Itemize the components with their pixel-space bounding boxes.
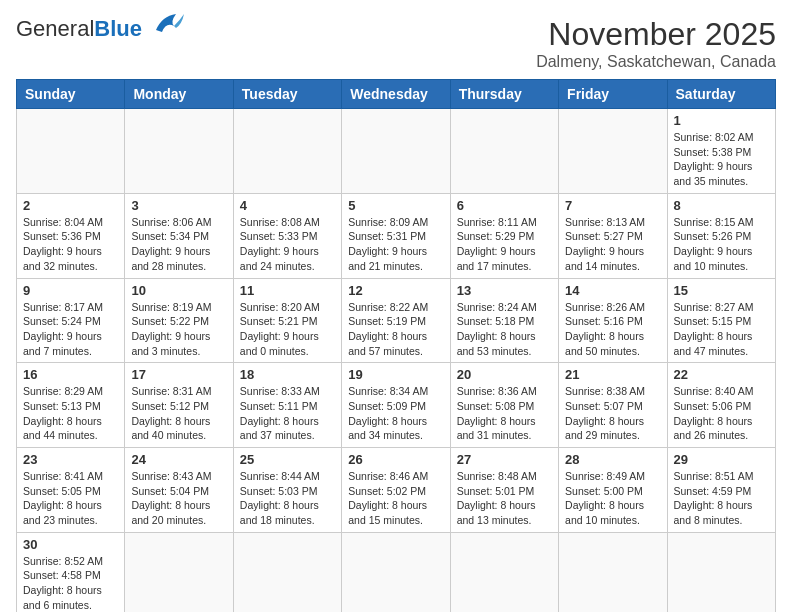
day-info: Sunrise: 8:09 AM Sunset: 5:31 PM Dayligh…	[348, 215, 443, 274]
calendar-cell: 7Sunrise: 8:13 AM Sunset: 5:27 PM Daylig…	[559, 193, 667, 278]
day-info: Sunrise: 8:44 AM Sunset: 5:03 PM Dayligh…	[240, 469, 335, 528]
day-number: 28	[565, 452, 660, 467]
calendar-cell	[342, 532, 450, 612]
calendar-cell: 21Sunrise: 8:38 AM Sunset: 5:07 PM Dayli…	[559, 363, 667, 448]
day-info: Sunrise: 8:13 AM Sunset: 5:27 PM Dayligh…	[565, 215, 660, 274]
day-number: 6	[457, 198, 552, 213]
weekday-header-monday: Monday	[125, 80, 233, 109]
calendar-cell: 15Sunrise: 8:27 AM Sunset: 5:15 PM Dayli…	[667, 278, 775, 363]
day-number: 7	[565, 198, 660, 213]
day-info: Sunrise: 8:04 AM Sunset: 5:36 PM Dayligh…	[23, 215, 118, 274]
calendar-cell: 26Sunrise: 8:46 AM Sunset: 5:02 PM Dayli…	[342, 448, 450, 533]
calendar-cell	[125, 109, 233, 194]
day-number: 17	[131, 367, 226, 382]
weekday-header-sunday: Sunday	[17, 80, 125, 109]
day-info: Sunrise: 8:51 AM Sunset: 4:59 PM Dayligh…	[674, 469, 769, 528]
day-number: 22	[674, 367, 769, 382]
day-info: Sunrise: 8:27 AM Sunset: 5:15 PM Dayligh…	[674, 300, 769, 359]
calendar-cell: 6Sunrise: 8:11 AM Sunset: 5:29 PM Daylig…	[450, 193, 558, 278]
day-info: Sunrise: 8:43 AM Sunset: 5:04 PM Dayligh…	[131, 469, 226, 528]
day-info: Sunrise: 8:34 AM Sunset: 5:09 PM Dayligh…	[348, 384, 443, 443]
calendar-cell: 29Sunrise: 8:51 AM Sunset: 4:59 PM Dayli…	[667, 448, 775, 533]
day-number: 12	[348, 283, 443, 298]
month-title: November 2025	[536, 16, 776, 53]
weekday-header-thursday: Thursday	[450, 80, 558, 109]
day-info: Sunrise: 8:08 AM Sunset: 5:33 PM Dayligh…	[240, 215, 335, 274]
logo-text: GeneralBlue	[16, 16, 142, 42]
calendar-cell	[667, 532, 775, 612]
calendar-week-row: 1Sunrise: 8:02 AM Sunset: 5:38 PM Daylig…	[17, 109, 776, 194]
weekday-header-wednesday: Wednesday	[342, 80, 450, 109]
day-number: 19	[348, 367, 443, 382]
calendar-cell	[450, 532, 558, 612]
calendar-cell: 8Sunrise: 8:15 AM Sunset: 5:26 PM Daylig…	[667, 193, 775, 278]
calendar-cell: 20Sunrise: 8:36 AM Sunset: 5:08 PM Dayli…	[450, 363, 558, 448]
calendar-week-row: 2Sunrise: 8:04 AM Sunset: 5:36 PM Daylig…	[17, 193, 776, 278]
day-number: 1	[674, 113, 769, 128]
day-number: 13	[457, 283, 552, 298]
weekday-header-row: SundayMondayTuesdayWednesdayThursdayFrid…	[17, 80, 776, 109]
calendar-table: SundayMondayTuesdayWednesdayThursdayFrid…	[16, 79, 776, 612]
day-number: 25	[240, 452, 335, 467]
day-info: Sunrise: 8:20 AM Sunset: 5:21 PM Dayligh…	[240, 300, 335, 359]
day-number: 14	[565, 283, 660, 298]
calendar-week-row: 30Sunrise: 8:52 AM Sunset: 4:58 PM Dayli…	[17, 532, 776, 612]
weekday-header-saturday: Saturday	[667, 80, 775, 109]
day-number: 4	[240, 198, 335, 213]
day-number: 30	[23, 537, 118, 552]
calendar-cell: 5Sunrise: 8:09 AM Sunset: 5:31 PM Daylig…	[342, 193, 450, 278]
day-info: Sunrise: 8:19 AM Sunset: 5:22 PM Dayligh…	[131, 300, 226, 359]
logo: GeneralBlue	[16, 16, 184, 42]
calendar-cell: 2Sunrise: 8:04 AM Sunset: 5:36 PM Daylig…	[17, 193, 125, 278]
calendar-cell: 16Sunrise: 8:29 AM Sunset: 5:13 PM Dayli…	[17, 363, 125, 448]
day-info: Sunrise: 8:11 AM Sunset: 5:29 PM Dayligh…	[457, 215, 552, 274]
calendar-week-row: 9Sunrise: 8:17 AM Sunset: 5:24 PM Daylig…	[17, 278, 776, 363]
day-number: 18	[240, 367, 335, 382]
calendar-cell: 27Sunrise: 8:48 AM Sunset: 5:01 PM Dayli…	[450, 448, 558, 533]
day-info: Sunrise: 8:46 AM Sunset: 5:02 PM Dayligh…	[348, 469, 443, 528]
calendar-week-row: 23Sunrise: 8:41 AM Sunset: 5:05 PM Dayli…	[17, 448, 776, 533]
day-info: Sunrise: 8:15 AM Sunset: 5:26 PM Dayligh…	[674, 215, 769, 274]
day-number: 11	[240, 283, 335, 298]
day-info: Sunrise: 8:06 AM Sunset: 5:34 PM Dayligh…	[131, 215, 226, 274]
day-number: 3	[131, 198, 226, 213]
calendar-cell: 22Sunrise: 8:40 AM Sunset: 5:06 PM Dayli…	[667, 363, 775, 448]
day-info: Sunrise: 8:38 AM Sunset: 5:07 PM Dayligh…	[565, 384, 660, 443]
calendar-cell	[342, 109, 450, 194]
calendar-cell: 10Sunrise: 8:19 AM Sunset: 5:22 PM Dayli…	[125, 278, 233, 363]
calendar-cell: 19Sunrise: 8:34 AM Sunset: 5:09 PM Dayli…	[342, 363, 450, 448]
day-info: Sunrise: 8:02 AM Sunset: 5:38 PM Dayligh…	[674, 130, 769, 189]
calendar-cell	[17, 109, 125, 194]
calendar-cell: 18Sunrise: 8:33 AM Sunset: 5:11 PM Dayli…	[233, 363, 341, 448]
day-info: Sunrise: 8:29 AM Sunset: 5:13 PM Dayligh…	[23, 384, 118, 443]
day-number: 10	[131, 283, 226, 298]
day-number: 24	[131, 452, 226, 467]
calendar-cell: 12Sunrise: 8:22 AM Sunset: 5:19 PM Dayli…	[342, 278, 450, 363]
day-info: Sunrise: 8:31 AM Sunset: 5:12 PM Dayligh…	[131, 384, 226, 443]
day-info: Sunrise: 8:52 AM Sunset: 4:58 PM Dayligh…	[23, 554, 118, 612]
page-header: GeneralBlue November 2025 Dalmeny, Saska…	[16, 16, 776, 71]
calendar-cell: 30Sunrise: 8:52 AM Sunset: 4:58 PM Dayli…	[17, 532, 125, 612]
day-number: 16	[23, 367, 118, 382]
calendar-cell: 4Sunrise: 8:08 AM Sunset: 5:33 PM Daylig…	[233, 193, 341, 278]
calendar-cell	[450, 109, 558, 194]
calendar-cell	[125, 532, 233, 612]
day-info: Sunrise: 8:22 AM Sunset: 5:19 PM Dayligh…	[348, 300, 443, 359]
day-number: 29	[674, 452, 769, 467]
calendar-cell: 3Sunrise: 8:06 AM Sunset: 5:34 PM Daylig…	[125, 193, 233, 278]
calendar-week-row: 16Sunrise: 8:29 AM Sunset: 5:13 PM Dayli…	[17, 363, 776, 448]
day-info: Sunrise: 8:26 AM Sunset: 5:16 PM Dayligh…	[565, 300, 660, 359]
day-number: 2	[23, 198, 118, 213]
calendar-cell: 23Sunrise: 8:41 AM Sunset: 5:05 PM Dayli…	[17, 448, 125, 533]
calendar-cell: 24Sunrise: 8:43 AM Sunset: 5:04 PM Dayli…	[125, 448, 233, 533]
day-number: 20	[457, 367, 552, 382]
day-info: Sunrise: 8:40 AM Sunset: 5:06 PM Dayligh…	[674, 384, 769, 443]
calendar-cell	[559, 532, 667, 612]
calendar-cell: 25Sunrise: 8:44 AM Sunset: 5:03 PM Dayli…	[233, 448, 341, 533]
day-number: 15	[674, 283, 769, 298]
location-title: Dalmeny, Saskatchewan, Canada	[536, 53, 776, 71]
day-info: Sunrise: 8:24 AM Sunset: 5:18 PM Dayligh…	[457, 300, 552, 359]
calendar-cell: 28Sunrise: 8:49 AM Sunset: 5:00 PM Dayli…	[559, 448, 667, 533]
weekday-header-friday: Friday	[559, 80, 667, 109]
calendar-cell: 17Sunrise: 8:31 AM Sunset: 5:12 PM Dayli…	[125, 363, 233, 448]
